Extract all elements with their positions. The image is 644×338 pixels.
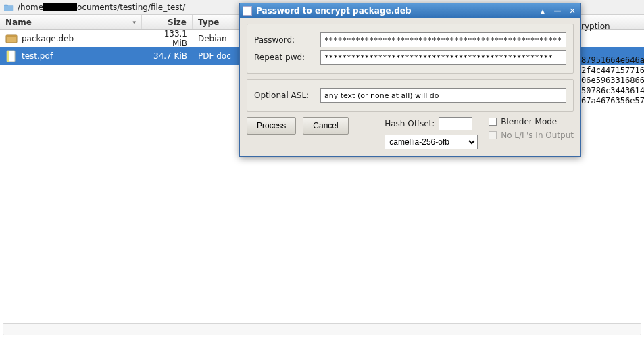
repeat-password-input[interactable] (320, 50, 566, 65)
no-lf-label: No L/F's In Output (501, 130, 574, 140)
file-name: test.pdf (22, 51, 53, 61)
close-button[interactable]: ✕ (567, 6, 578, 16)
column-header-size[interactable]: Size (142, 15, 193, 29)
status-bar (3, 323, 641, 335)
encrypt-dialog: Password to encrypt package.deb ▴ — ✕ Pa… (239, 3, 581, 157)
password-input[interactable] (320, 32, 566, 47)
dialog-title: Password to encrypt package.deb (256, 6, 412, 16)
dialog-titlebar[interactable]: Password to encrypt package.deb ▴ — ✕ (240, 3, 580, 18)
pdf-icon (5, 50, 18, 62)
file-size: 133.1 MiB (142, 29, 193, 48)
asl-label: Optional ASL: (254, 91, 315, 100)
bg-header-fragment: ryption (581, 22, 610, 31)
asl-group: Optional ASL: (247, 79, 574, 112)
blender-mode-label: Blender Mode (501, 117, 557, 126)
hash-offset-label: Hash Offset: (385, 119, 435, 128)
column-header-name[interactable]: Name ▾ (0, 15, 142, 29)
asl-input[interactable] (320, 88, 566, 103)
svg-rect-1 (6, 35, 17, 37)
package-icon (5, 32, 18, 45)
svg-rect-6 (9, 57, 14, 57)
process-button[interactable]: Process (247, 117, 296, 135)
roll-up-button[interactable]: ▴ (537, 6, 548, 16)
repeat-password-label: Repeat pwd: (254, 53, 315, 62)
cancel-button[interactable]: Cancel (303, 117, 348, 135)
password-label: Password: (254, 35, 315, 45)
app-icon (243, 6, 252, 16)
file-name: package.deb (22, 34, 74, 43)
svg-rect-3 (7, 51, 9, 62)
hash-offset-input[interactable] (439, 117, 472, 130)
folder-icon (4, 3, 14, 12)
redacted-path-segment (43, 3, 77, 11)
hash-output-text: 87951664e646a 2f4c447157716 06e596331686… (581, 55, 644, 106)
cipher-select[interactable]: camellia-256-ofb (385, 135, 478, 149)
sort-descending-icon: ▾ (132, 19, 136, 26)
no-lf-checkbox (489, 131, 497, 139)
svg-rect-5 (9, 55, 14, 55)
file-size: 34.7 KiB (142, 51, 193, 61)
location-path: /homeocuments/testing/file_test/ (18, 3, 185, 12)
column-header-type[interactable]: Type (193, 15, 240, 29)
password-group: Password: Repeat pwd: (247, 24, 574, 74)
blender-mode-checkbox[interactable] (489, 118, 497, 126)
svg-rect-4 (9, 53, 14, 53)
minimize-button[interactable]: — (552, 6, 563, 16)
